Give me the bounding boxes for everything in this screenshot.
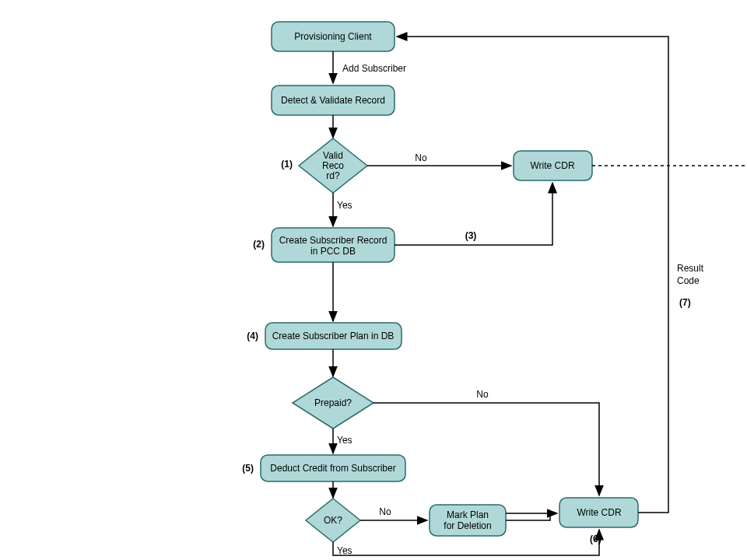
label-deduct-credit: Deduct Credit from Subscriber xyxy=(270,463,395,474)
arrow-mark-plan-right xyxy=(506,513,550,520)
label-ok: OK? xyxy=(324,515,342,526)
arrow-prepaid-no xyxy=(374,403,599,495)
annotation-1: (1) xyxy=(281,159,293,170)
label-ok-no: No xyxy=(379,506,391,517)
label-mark-plan-1: Mark Plan xyxy=(447,509,489,520)
label-create-record-1: Create Subscriber Record xyxy=(279,235,388,246)
label-prepaid-no: No xyxy=(476,389,489,400)
label-create-plan: Create Subscriber Plan in DB xyxy=(272,331,395,341)
label-result-1: Result xyxy=(677,263,704,274)
label-detect-validate: Detect & Validate Record xyxy=(281,95,385,106)
label-ok-yes: Yes xyxy=(337,545,352,556)
label-create-record-2: in PCC DB xyxy=(310,246,356,257)
label-write-cdr-1: Write CDR xyxy=(530,160,574,171)
label-prepaid-yes: Yes xyxy=(337,435,352,446)
annotation-2: (2) xyxy=(253,239,265,250)
annotation-3: (3) xyxy=(465,230,477,241)
label-valid-3: rd? xyxy=(326,170,340,181)
flowchart-diagram: Provisioning Client Add Subscriber Detec… xyxy=(0,0,747,560)
label-prepaid: Prepaid? xyxy=(314,397,352,408)
label-result-2: Code xyxy=(677,275,700,286)
label-valid-1: Valid xyxy=(323,150,343,161)
label-valid-no: No xyxy=(415,152,427,163)
label-valid-2: Reco xyxy=(322,160,344,171)
arrow-result-code xyxy=(397,37,668,513)
label-valid-yes: Yes xyxy=(337,200,352,211)
annotation-4: (4) xyxy=(247,331,258,341)
label-write-cdr-2: Write CDR xyxy=(577,507,621,518)
label-add-subscriber: Add Subscriber xyxy=(342,63,406,74)
label-provisioning-client: Provisioning Client xyxy=(294,31,372,42)
annotation-5: (5) xyxy=(242,463,254,474)
annotation-7: (7) xyxy=(679,297,691,308)
label-mark-plan-2: for Deletion xyxy=(444,520,491,531)
